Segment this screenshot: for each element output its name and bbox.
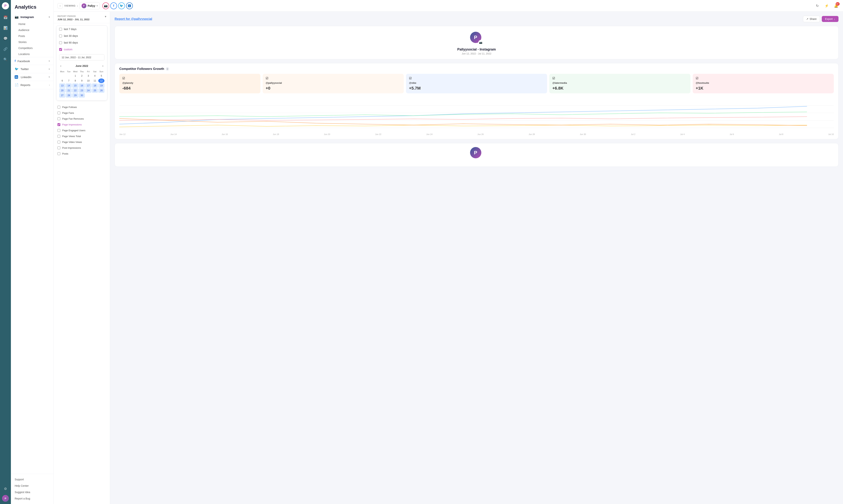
- cal-day-15[interactable]: 15: [72, 83, 78, 88]
- sidebar-item-reports[interactable]: 📄 Reports ›: [11, 81, 54, 89]
- cal-day-23[interactable]: 23: [79, 88, 85, 93]
- sidebar-item-competitors[interactable]: Competitors: [11, 45, 54, 51]
- checkbox-page-video-views[interactable]: [57, 141, 60, 143]
- calendar-next-button[interactable]: ›: [101, 64, 104, 68]
- sidebar-item-linkedin[interactable]: in LinkedIn ▾: [11, 73, 54, 81]
- cal-day-9[interactable]: 9: [79, 78, 85, 83]
- metric-page-follows[interactable]: Page Follows: [56, 104, 107, 110]
- sidebar-item-posts[interactable]: Posts: [11, 33, 54, 39]
- metric-page-views-total[interactable]: Page Views Total: [56, 133, 107, 139]
- check-hootsuite[interactable]: ☑: [696, 76, 831, 80]
- analytics-nav-icon[interactable]: 📊: [2, 24, 9, 32]
- sidebar-item-audience[interactable]: Audience: [11, 27, 54, 33]
- platform-icon-twitter[interactable]: 🐦: [118, 2, 125, 9]
- cal-day-1[interactable]: 1: [72, 74, 78, 78]
- links-nav-icon[interactable]: 🔗: [2, 46, 9, 53]
- cal-day-7[interactable]: 7: [66, 78, 72, 83]
- messages-nav-icon[interactable]: 💬: [2, 35, 9, 42]
- discover-nav-icon[interactable]: 🔍: [2, 56, 9, 63]
- sidebar-item-locations[interactable]: Locations: [11, 51, 54, 57]
- cal-day-10[interactable]: 10: [85, 78, 91, 83]
- date-option-90days[interactable]: last 90 days: [56, 39, 107, 46]
- user-avatar[interactable]: P: [2, 495, 9, 502]
- notifications-button[interactable]: 🔔 50+: [833, 3, 839, 9]
- metric-posts[interactable]: Posts: [56, 151, 107, 157]
- check-latermedia[interactable]: ☑: [552, 76, 687, 80]
- cal-day-12[interactable]: 12: [98, 78, 104, 83]
- checkbox-custom[interactable]: [59, 48, 62, 51]
- cal-day-24[interactable]: 24: [85, 88, 91, 93]
- cal-day-16[interactable]: 16: [79, 83, 85, 88]
- report-title-link[interactable]: Report for @pallyysocial: [115, 17, 152, 21]
- cal-day-18[interactable]: 18: [92, 83, 98, 88]
- export-button[interactable]: Export ↓: [822, 16, 839, 22]
- checkbox-7days[interactable]: [59, 28, 62, 31]
- sidebar-item-home[interactable]: Home: [11, 21, 54, 27]
- cal-day-21[interactable]: 21: [66, 88, 72, 93]
- calendar-prev-button[interactable]: ‹: [59, 64, 63, 68]
- checkbox-page-fans[interactable]: [57, 111, 60, 114]
- cal-day-30[interactable]: 30: [79, 93, 85, 98]
- settings-nav-icon[interactable]: ⚙: [2, 485, 9, 492]
- checkbox-post-impressions[interactable]: [57, 146, 60, 149]
- cal-day-27[interactable]: 27: [59, 93, 65, 98]
- check-nike[interactable]: ☑: [409, 76, 544, 80]
- date-option-30days[interactable]: last 30 days: [56, 33, 107, 39]
- lightning-button[interactable]: ⚡: [823, 3, 830, 9]
- cal-day-8[interactable]: 8: [72, 78, 78, 83]
- platform-icon-linkedin[interactable]: in: [126, 2, 133, 9]
- cal-day-5[interactable]: 5: [98, 74, 104, 78]
- metric-page-fans[interactable]: Page Fans: [56, 110, 107, 116]
- cal-day-6[interactable]: 6: [59, 78, 65, 83]
- cal-day-19[interactable]: 19: [98, 83, 104, 88]
- viewing-account-selector[interactable]: P Pallyy ▾: [80, 2, 100, 10]
- cal-day-13[interactable]: 13: [59, 83, 65, 88]
- app-logo[interactable]: P: [2, 2, 9, 10]
- back-button[interactable]: ‹: [57, 3, 63, 8]
- cal-day-26[interactable]: 26: [98, 88, 104, 93]
- sidebar-item-twitter[interactable]: 🐦 Twitter ▾: [11, 65, 54, 73]
- checkbox-page-engaged-users[interactable]: [57, 129, 60, 132]
- checkbox-page-impressions[interactable]: [57, 123, 60, 126]
- sidebar-item-help-center[interactable]: Help Center: [11, 483, 54, 489]
- cal-day-25[interactable]: 25: [92, 88, 98, 93]
- sidebar-item-facebook[interactable]: f Facebook ▾: [11, 57, 54, 65]
- sidebar-item-suggest-idea[interactable]: Suggest Idea: [11, 489, 54, 496]
- metric-page-impressions[interactable]: Page Impressions: [56, 122, 107, 127]
- platform-icon-instagram[interactable]: 📷: [102, 2, 109, 9]
- metric-post-impressions[interactable]: Post Impressions: [56, 145, 107, 151]
- cal-day-4[interactable]: 4: [92, 74, 98, 78]
- cal-day-11[interactable]: 11: [92, 78, 98, 83]
- sidebar-item-support[interactable]: Support: [11, 476, 54, 483]
- cal-day-20[interactable]: 20: [59, 88, 65, 93]
- checkbox-page-views-total[interactable]: [57, 135, 60, 138]
- cal-day-2[interactable]: 2: [79, 74, 85, 78]
- platform-icon-facebook[interactable]: f: [110, 2, 117, 9]
- calendar-nav-icon[interactable]: 📅: [2, 14, 9, 21]
- share-button[interactable]: ↗ Share: [803, 16, 820, 22]
- checkbox-page-follows[interactable]: [57, 106, 60, 109]
- checkbox-30days[interactable]: [59, 35, 62, 37]
- metric-page-engaged-users[interactable]: Page Engaged Users: [56, 127, 107, 133]
- date-range-input[interactable]: [59, 54, 104, 60]
- cal-day-28[interactable]: 28: [66, 93, 72, 98]
- date-option-custom[interactable]: custom: [56, 46, 107, 53]
- date-option-7days[interactable]: last 7 days: [56, 26, 107, 33]
- period-chevron-icon[interactable]: ▾: [105, 15, 106, 18]
- cal-day-17[interactable]: 17: [85, 83, 91, 88]
- cal-day-22[interactable]: 22: [72, 88, 78, 93]
- checkbox-90days[interactable]: [59, 41, 62, 44]
- refresh-button[interactable]: ↻: [814, 3, 821, 9]
- check-planoly[interactable]: ☑: [122, 76, 258, 80]
- sidebar-item-report-bug[interactable]: Report a Bug: [11, 496, 54, 502]
- sidebar-item-instagram[interactable]: 📷 Instagram ▾: [11, 13, 54, 21]
- metric-page-video-views[interactable]: Page Video Views: [56, 139, 107, 145]
- info-icon[interactable]: i: [166, 67, 169, 71]
- check-pallyysocial[interactable]: ☑: [266, 76, 401, 80]
- cal-day-29[interactable]: 29: [72, 93, 78, 98]
- metric-page-fan-removes[interactable]: Page Fan Removes: [56, 116, 107, 122]
- cal-day-14[interactable]: 14: [66, 83, 72, 88]
- checkbox-page-fan-removes[interactable]: [57, 118, 60, 120]
- cal-day-3[interactable]: 3: [85, 74, 91, 78]
- checkbox-posts[interactable]: [57, 152, 60, 155]
